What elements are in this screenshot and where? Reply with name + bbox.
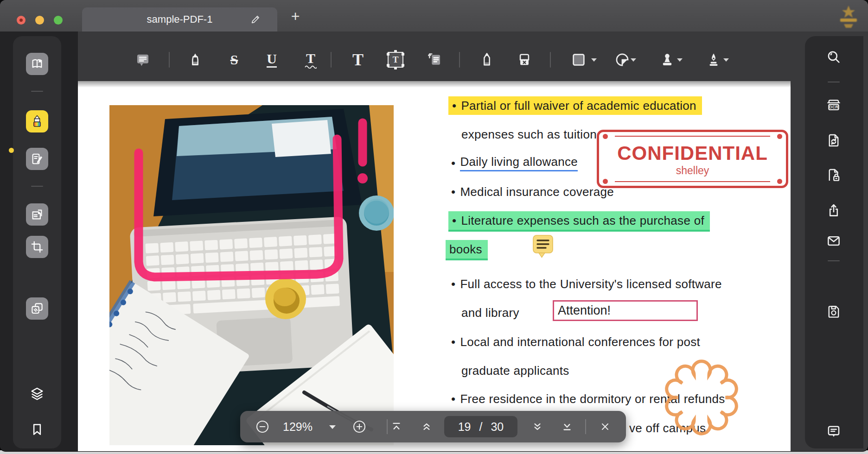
doc-line: and library <box>461 303 519 322</box>
strikethrough-tool-icon[interactable]: S <box>223 48 246 71</box>
sticky-note-annotation[interactable] <box>532 234 555 260</box>
laptop-desk-photo[interactable] <box>109 105 394 445</box>
pager-divider <box>585 419 586 434</box>
toolbar-divider <box>459 52 460 68</box>
shapes-dropdown-caret[interactable] <box>591 58 597 62</box>
zoom-level[interactable]: 129% <box>283 411 313 442</box>
first-page-button[interactable] <box>386 416 407 437</box>
stamp-title: CONFIDENTIAL <box>599 142 786 164</box>
pdf-editor-window: sample-PDF-1 + S U T T T <box>0 0 868 451</box>
pencil-tool-icon[interactable] <box>475 48 498 71</box>
comments-panel-icon[interactable] <box>823 420 845 442</box>
sidebar-item-crop[interactable] <box>26 236 48 258</box>
highlighter-tool-icon[interactable] <box>184 48 207 71</box>
rename-pencil-icon[interactable] <box>250 14 261 26</box>
shapes-tool-icon[interactable] <box>567 48 590 71</box>
sidebar-item-edit[interactable] <box>26 148 48 170</box>
mail-icon[interactable] <box>823 230 845 252</box>
doc-line: •Literature expenses such as the purchas… <box>448 211 710 232</box>
ocr-icon[interactable]: OCR <box>823 94 845 116</box>
doc-line: •Local and international conferences for… <box>451 333 700 351</box>
document-tab[interactable]: sample-PDF-1 <box>82 7 277 32</box>
doc-line: expenses such as tuition <box>461 125 597 144</box>
signature-tool-icon[interactable] <box>702 48 725 71</box>
left-sidebar <box>0 32 78 451</box>
sticker-dropdown-caret[interactable] <box>631 58 636 62</box>
doc-line: •Daily living allowance <box>451 154 578 172</box>
save-icon[interactable] <box>823 301 845 323</box>
doc-line: books <box>446 240 488 260</box>
stamp-tool-icon[interactable] <box>656 48 679 71</box>
gold-logo-watermark <box>834 4 863 31</box>
sidebar-item-reader[interactable] <box>26 53 48 75</box>
close-pager-button[interactable] <box>595 416 615 437</box>
callout-tool-icon[interactable] <box>423 48 446 71</box>
minimize-window-button[interactable] <box>35 16 44 25</box>
doc-line: •Full access to the University's license… <box>451 275 722 293</box>
toolbar-divider <box>169 52 170 68</box>
page-number-box[interactable]: 19 / 30 <box>444 416 517 437</box>
confidential-stamp-annotation[interactable]: CONFIDENTIAL shelley <box>597 130 788 188</box>
text-tool-icon[interactable]: T <box>346 48 370 71</box>
ocr-label: OCR <box>829 105 838 109</box>
squiggly-underline-tool-icon[interactable]: T <box>299 48 322 71</box>
pdf-page: •Partial or full waiver of academic educ… <box>78 81 791 451</box>
sidebar-item-page-copies[interactable] <box>26 297 48 320</box>
sidebar-divider <box>828 260 840 261</box>
next-page-button[interactable] <box>527 416 548 437</box>
search-icon[interactable] <box>823 46 845 68</box>
sidebar-divider <box>31 186 43 187</box>
stamp-subtitle: shelley <box>599 164 786 177</box>
protect-document-icon[interactable] <box>823 164 845 186</box>
text-box-tool-icon[interactable]: T <box>384 48 407 71</box>
sidebar-item-organize-pages[interactable] <box>26 203 48 226</box>
total-pages: 30 <box>491 420 504 434</box>
sidebar-divider <box>828 82 840 82</box>
sidebar-item-markup-active[interactable] <box>26 110 48 132</box>
active-panel-dot <box>9 148 14 153</box>
close-window-button[interactable] <box>17 16 26 25</box>
convert-document-icon[interactable] <box>823 129 845 151</box>
tab-title: sample-PDF-1 <box>147 13 213 25</box>
toolbar-divider <box>550 52 551 68</box>
orange-scribble-annotation[interactable] <box>653 358 755 441</box>
zoom-window-button[interactable] <box>54 16 63 25</box>
previous-page-button[interactable] <box>416 416 437 437</box>
sidebar-item-layers[interactable] <box>26 383 48 405</box>
current-page[interactable]: 19 <box>458 420 471 434</box>
eraser-tool-icon[interactable] <box>513 48 536 71</box>
attention-textbox-annotation[interactable]: Attention! <box>553 300 698 321</box>
floating-page-toolbar: 129% 19 / 30 <box>240 411 626 442</box>
new-tab-button[interactable]: + <box>287 8 303 24</box>
last-page-button[interactable] <box>557 416 577 437</box>
signature-dropdown-caret[interactable] <box>723 58 729 62</box>
titlebar: sample-PDF-1 + <box>0 0 868 32</box>
share-icon[interactable] <box>823 200 845 222</box>
page-separator: / <box>479 420 483 434</box>
sidebar-divider <box>31 91 43 92</box>
doc-line: •Medical insurance coverage <box>451 183 614 201</box>
sidebar-item-bookmark[interactable] <box>26 418 48 441</box>
doc-line: •Partial or full waiver of academic educ… <box>448 96 702 115</box>
underline-tool-icon[interactable]: U <box>260 48 283 71</box>
doc-line: graduate applicants <box>461 361 569 380</box>
toolbar-divider <box>331 52 332 68</box>
zoom-dropdown-caret[interactable] <box>329 425 336 429</box>
zoom-out-button[interactable] <box>252 416 273 437</box>
note-comment-tool-icon[interactable] <box>131 48 154 71</box>
zoom-in-button[interactable] <box>349 416 370 437</box>
stamp-dropdown-caret[interactable] <box>677 58 683 62</box>
